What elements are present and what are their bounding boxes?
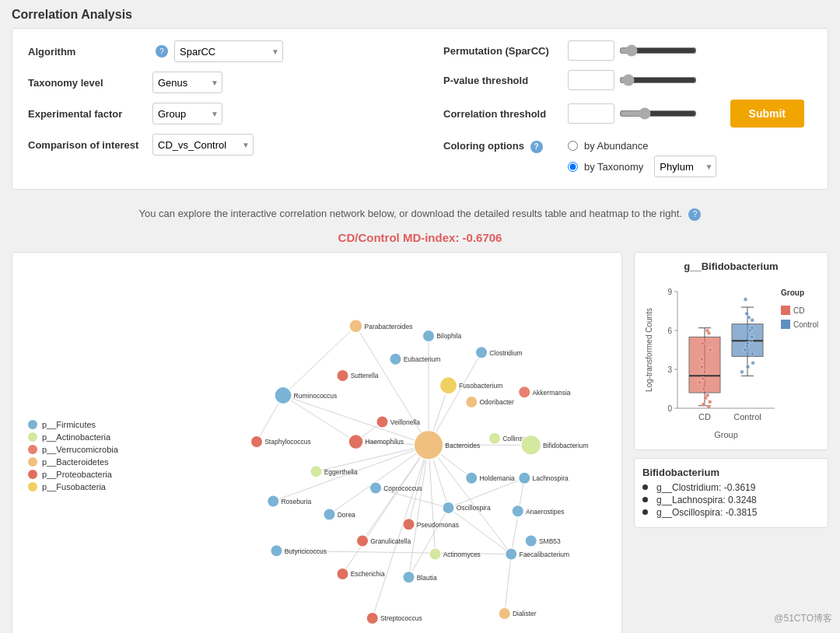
algorithm-help-icon[interactable]: ?	[156, 45, 168, 58]
svg-point-138	[750, 334, 754, 338]
svg-text:Eubacterium: Eubacterium	[404, 355, 441, 363]
coloring-help-icon[interactable]: ?	[530, 141, 543, 153]
svg-text:Granulicatella: Granulicatella	[370, 537, 411, 544]
svg-text:Bifidobacterium: Bifidobacterium	[543, 441, 589, 449]
svg-text:Coprococcus: Coprococcus	[383, 484, 422, 491]
svg-point-52	[521, 435, 541, 455]
svg-text:6: 6	[667, 327, 672, 335]
legend-dot-verrucomicrobia	[28, 445, 37, 454]
svg-point-80	[525, 534, 537, 546]
svg-point-117	[698, 380, 702, 384]
legend-label-bacteroidetes: p__Bacteroidetes	[42, 457, 109, 467]
info-help-icon[interactable]: ?	[688, 208, 701, 221]
svg-text:Veillonella: Veillonella	[390, 418, 421, 425]
svg-text:Escherichia: Escherichia	[351, 570, 385, 578]
coloring-row: Coloring options ? by Abundance by Taxon…	[443, 137, 812, 177]
svg-point-122	[709, 348, 712, 351]
legend-item-actinobacteria: p__Actinobacteria	[28, 432, 118, 442]
permutation-row: Permutation (SparCC) 100	[443, 40, 812, 61]
pvalue-label: P-value threshold	[443, 75, 568, 86]
legend-item-bacteroidetes: p__Bacteroidetes	[28, 457, 118, 467]
svg-point-72	[443, 502, 454, 513]
settings-panel: Algorithm ? SparCC Pearson Spearman ▼ Ta…	[12, 28, 828, 190]
coloring-abundance-label: by Abundance	[584, 140, 648, 152]
svg-text:Fusobacterium: Fusobacterium	[459, 382, 502, 390]
comparison-row: Comparison of interest CD_vs_Control ▼	[28, 134, 397, 156]
svg-text:SMB53: SMB53	[539, 537, 561, 544]
submit-button[interactable]: Submit	[730, 100, 804, 128]
correlations-list: g__Clostridium: -0.3619g__Lachnospira: 0…	[642, 482, 820, 518]
svg-text:Faecalibacterium: Faecalibacterium	[519, 550, 569, 558]
experimental-label: Experimental factor	[28, 108, 152, 120]
permutation-slider[interactable]	[619, 44, 697, 57]
svg-line-26	[343, 445, 429, 574]
svg-point-120	[700, 365, 704, 369]
svg-line-25	[373, 445, 429, 618]
right-panel: g__Bifidobacterium 0369Log-transformed C…	[634, 252, 828, 634]
legend-label-fusobacteria: p__Fusobacteria	[42, 482, 106, 491]
svg-text:Dialister: Dialister	[513, 610, 537, 617]
svg-point-60	[310, 465, 322, 477]
svg-text:Group: Group	[714, 430, 738, 439]
svg-point-44	[275, 386, 292, 404]
svg-point-82	[429, 547, 441, 559]
permutation-input[interactable]: 100	[568, 40, 614, 61]
comparison-select[interactable]: CD_vs_Control	[152, 134, 254, 156]
experimental-select-wrapper: Group ▼	[152, 103, 222, 124]
svg-point-145	[744, 348, 747, 351]
legend-dot-bacteroidetes	[28, 457, 37, 467]
taxonomy-color-select[interactable]: Phylum Class Order	[654, 156, 716, 177]
svg-text:Ruminococcus: Ruminococcus	[294, 391, 338, 399]
correlation-input[interactable]: 0.3	[568, 103, 614, 124]
correlation-slider[interactable]	[619, 107, 697, 120]
svg-text:Blautia: Blautia	[417, 573, 437, 581]
svg-point-64	[466, 472, 478, 484]
svg-point-86	[271, 544, 282, 556]
svg-point-119	[703, 369, 707, 373]
svg-point-141	[751, 318, 754, 322]
correlations-title: Bifidobacterium	[642, 467, 820, 478]
svg-point-84	[506, 547, 517, 559]
svg-point-142	[747, 315, 751, 319]
taxonomy-select[interactable]: Genus Species Family	[152, 72, 222, 93]
coloring-taxonomy-row: by Taxonomy Phylum Class Order ▼	[568, 156, 716, 177]
svg-point-56	[414, 430, 443, 459]
svg-text:Anaerostipes: Anaerostipes	[526, 507, 565, 515]
svg-point-121	[700, 357, 704, 361]
svg-text:Control: Control	[733, 412, 761, 421]
legend-label-actinobacteria: p__Actinobacteria	[42, 432, 110, 442]
svg-text:Akkermansia: Akkermansia	[532, 388, 570, 396]
coloring-abundance-radio[interactable]	[568, 141, 578, 151]
algorithm-select-wrapper: SparCC Pearson Spearman ▼	[174, 40, 283, 62]
svg-text:0: 0	[667, 404, 672, 413]
experimental-select[interactable]: Group	[152, 103, 222, 124]
svg-text:Bilophila: Bilophila	[436, 332, 461, 340]
svg-point-58	[250, 435, 262, 447]
main-content: p__Firmicutes p__Actinobacteria p__Verru…	[12, 252, 828, 634]
svg-point-32	[422, 330, 434, 341]
correlations-panel: Bifidobacterium g__Clostridium: -0.3619g…	[634, 458, 828, 528]
permutation-input-slider: 100	[568, 40, 697, 61]
algorithm-select[interactable]: SparCC Pearson Spearman	[174, 40, 283, 62]
coloring-taxonomy-radio[interactable]	[568, 162, 578, 172]
svg-text:Streptococcus: Streptococcus	[380, 614, 422, 622]
svg-point-147	[744, 297, 747, 301]
svg-text:Sutterella: Sutterella	[351, 372, 379, 379]
coloring-abundance-row: by Abundance	[568, 140, 716, 152]
svg-text:Bacteroides: Bacteroides	[445, 441, 480, 449]
comparison-select-wrapper: CD_vs_Control ▼	[152, 134, 254, 156]
network-svg[interactable]: ParabacteroidesBilophilaClostridiumEubac…	[98, 261, 614, 634]
svg-line-1	[283, 326, 356, 395]
svg-point-70	[324, 508, 335, 519]
pvalue-input[interactable]: 0.05	[568, 70, 614, 90]
svg-point-143	[745, 311, 749, 315]
svg-point-74	[512, 505, 523, 516]
svg-rect-151	[781, 306, 790, 315]
boxplot-title: g__Bifidobacterium	[642, 261, 820, 272]
pvalue-slider[interactable]	[619, 74, 697, 86]
svg-text:Dorea: Dorea	[338, 510, 355, 518]
legend-dot-proteobacteria	[28, 470, 37, 479]
page-title: Correlation Analysis	[12, 8, 828, 22]
svg-point-115	[705, 393, 709, 397]
svg-text:Pseudomonas: Pseudomonas	[417, 520, 459, 528]
